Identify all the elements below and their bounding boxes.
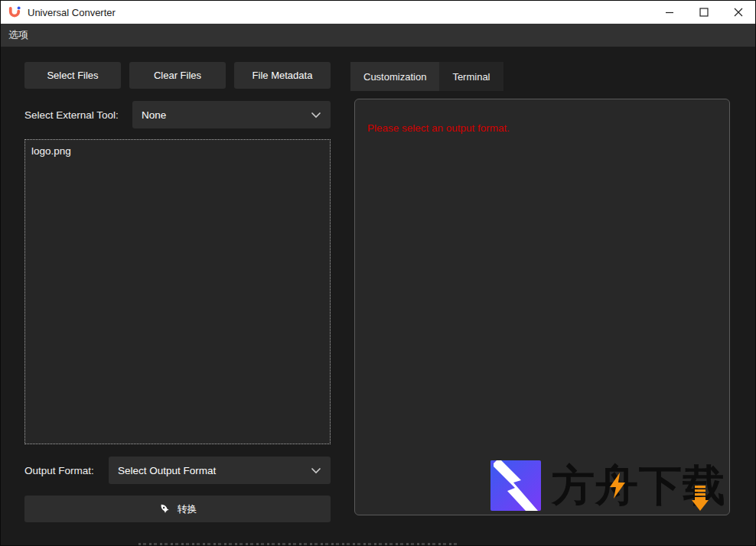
convert-button[interactable]: 转换 xyxy=(24,496,331,522)
external-tool-label: Select External Tool: xyxy=(24,101,119,128)
tab-terminal[interactable]: Terminal xyxy=(439,62,503,91)
watermark-logo-icon xyxy=(490,460,541,511)
lightning-bolt-icon xyxy=(610,473,625,499)
app-window: Universal Converter 选项 Select Files Clea… xyxy=(0,0,756,546)
cutoff-text-sliver xyxy=(138,543,460,545)
output-format-label: Output Format: xyxy=(24,457,94,484)
external-tool-dropdown[interactable]: None xyxy=(132,101,331,128)
minimize-button[interactable] xyxy=(652,1,686,24)
close-button[interactable] xyxy=(721,1,755,24)
external-tool-value: None xyxy=(142,109,166,121)
tabbar: Customization Terminal xyxy=(350,62,503,91)
select-files-button[interactable]: Select Files xyxy=(24,62,121,89)
menu-options[interactable]: 选项 xyxy=(1,24,36,47)
download-arrow-icon xyxy=(692,486,709,513)
watermark-text-wrap: 方舟下载 xyxy=(552,460,726,511)
rocket-icon xyxy=(155,500,174,518)
clear-files-button[interactable]: Clear Files xyxy=(129,62,226,89)
window-controls xyxy=(652,1,755,24)
output-format-value: Select Output Format xyxy=(118,465,216,476)
tab-customization[interactable]: Customization xyxy=(350,62,439,91)
titlebar: Universal Converter xyxy=(1,1,755,24)
file-list-item[interactable]: logo.png xyxy=(25,143,330,159)
maximize-button[interactable] xyxy=(686,1,721,24)
output-format-dropdown[interactable]: Select Output Format xyxy=(109,457,331,484)
convert-button-label: 转换 xyxy=(178,502,197,516)
chevron-down-icon xyxy=(311,112,321,119)
file-metadata-button[interactable]: File Metadata xyxy=(234,62,331,89)
output-format-warning: Please select an output format. xyxy=(367,122,510,134)
chevron-down-icon xyxy=(311,467,321,474)
menubar: 选项 xyxy=(1,24,755,47)
watermark: 方舟下载 xyxy=(490,460,726,511)
window-title: Universal Converter xyxy=(28,7,116,18)
file-list[interactable]: logo.png xyxy=(24,139,331,444)
app-logo-icon xyxy=(8,5,21,19)
customization-panel: Please select an output format. 方舟下载 xyxy=(354,99,730,515)
